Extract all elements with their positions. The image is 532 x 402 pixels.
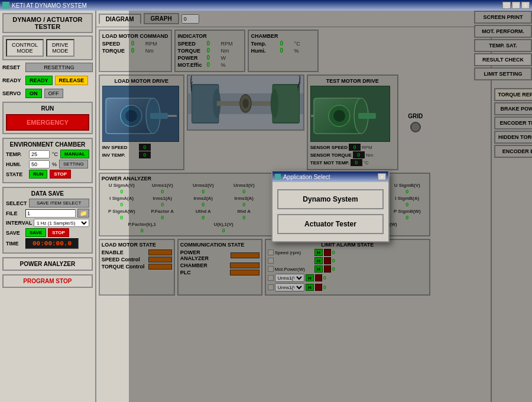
ready-on-btn[interactable]: READY	[25, 76, 53, 85]
application-select-modal: Application Select × Dynamo System Actua…	[271, 170, 390, 242]
setting-btn[interactable]: SETTING	[59, 160, 88, 168]
ready-row: READY READY RELEASE	[2, 76, 93, 85]
servo-off-btn[interactable]: OFF	[44, 89, 63, 98]
servo-label: SERVO	[2, 90, 23, 96]
environment-chamber: ENVIRONMENT CHAMBER TEMP. °C MANUAL HUMI…	[2, 138, 93, 183]
panel-title: DYNAMO / ACTUATOR TESTER	[2, 13, 93, 33]
temp-input[interactable]	[29, 150, 50, 158]
env-title: ENVIRONMENT CHAMBER	[6, 141, 89, 148]
ds-select-label: SELECT	[6, 200, 27, 206]
close-btn[interactable]: ×	[521, 2, 530, 9]
ds-save-label: SAVE	[6, 230, 24, 236]
state-label: STATE	[6, 171, 27, 177]
run-label: RUN	[6, 105, 89, 112]
ds-save-btn[interactable]: SAVE	[25, 228, 46, 237]
program-stop-btn[interactable]: PROGRAM STOP	[2, 274, 93, 288]
drive-mode-btn[interactable]: DRIVE MODE	[46, 39, 74, 57]
modal-icon	[275, 174, 281, 180]
ready-label: READY	[2, 77, 23, 83]
humi-row: HUMI. % SETTING	[6, 160, 89, 168]
minimize-btn[interactable]: _	[502, 2, 511, 9]
ds-file-input[interactable]	[25, 209, 76, 218]
release-btn[interactable]: RELEASE	[55, 76, 89, 85]
humi-label: HUMI.	[6, 161, 27, 167]
ds-interval-label: INTERVAL	[6, 220, 32, 226]
temp-label: TEMP.	[6, 151, 27, 157]
ds-select-row: SELECT SAVE ITEM SELECT	[6, 199, 89, 208]
ds-file-label: FILE	[6, 210, 24, 216]
state-row: STATE RUN STOP	[6, 170, 89, 179]
power-analyzer-btn[interactable]: POWER ANALYZER	[2, 257, 93, 271]
ds-folder-btn[interactable]: 📁	[77, 209, 89, 218]
manual-btn[interactable]: MANUAL	[60, 150, 89, 158]
modal-body: Dynamo System Actuator Tester	[273, 182, 388, 241]
state-run-btn[interactable]: RUN	[29, 170, 47, 179]
ds-time-display: 00:00:00.0	[25, 238, 79, 249]
state-stop-btn[interactable]: STOP	[50, 170, 71, 179]
humi-unit: %	[52, 161, 57, 167]
reset-label: RESET	[2, 64, 23, 70]
ds-title: DATA SAVE	[6, 190, 89, 197]
ds-file-row: FILE 📁	[6, 209, 89, 218]
modal-title-bar: Application Select ×	[273, 171, 388, 182]
lmc-torque-label: TORQUE	[102, 48, 129, 54]
actuator-tester-btn[interactable]: Actuator Tester	[277, 214, 384, 234]
mode-section: CONTROL MODE DRIVE MODE	[2, 35, 93, 60]
temp-row: TEMP. °C MANUAL	[6, 150, 89, 158]
control-mode-btn[interactable]: CONTROL MODE	[6, 39, 44, 57]
modal-title: Application Select	[283, 174, 330, 180]
ds-interval-row: INTERVAL 1 Hz (1 Sample/S) 10 Hz 100 Hz	[6, 219, 89, 227]
data-save-section: DATA SAVE SELECT SAVE ITEM SELECT FILE 📁…	[2, 187, 93, 254]
humi-input[interactable]	[29, 160, 50, 168]
title-bar-text: KETI AT DYNAMO SYSTEM	[12, 2, 87, 9]
app-icon	[2, 2, 9, 9]
temp-unit: °C	[52, 151, 58, 157]
save-item-select-btn[interactable]: SAVE ITEM SELECT	[29, 199, 89, 208]
servo-on-btn[interactable]: ON	[25, 89, 42, 98]
servo-row: SERVO ON OFF	[2, 89, 93, 98]
left-panel: DYNAMO / ACTUATOR TESTER CONTROL MODE DR…	[0, 11, 96, 402]
ds-save-row: SAVE SAVE STOP	[6, 228, 89, 237]
reset-row: RESET RESETTING	[2, 63, 93, 72]
modal-close-btn[interactable]: ×	[378, 173, 386, 180]
lmc-speed-label: SPEED	[102, 41, 129, 47]
window-controls[interactable]: _ □ ×	[502, 2, 530, 9]
maximize-btn[interactable]: □	[512, 2, 520, 9]
ds-stop-btn[interactable]: STOP	[48, 228, 69, 237]
title-bar: KETI AT DYNAMO SYSTEM _ □ ×	[0, 0, 532, 11]
resetting-btn[interactable]: RESETTING	[25, 63, 93, 72]
emergency-btn[interactable]: EMERGENCY	[6, 114, 89, 131]
run-box: RUN EMERGENCY	[2, 102, 93, 134]
ds-time-row: TIME 00:00:00.0	[6, 238, 89, 249]
dynamo-system-btn[interactable]: Dynamo System	[277, 189, 384, 209]
ds-interval-select[interactable]: 1 Hz (1 Sample/S) 10 Hz 100 Hz	[34, 219, 89, 227]
modal-overlay: Application Select × Dynamo System Actua…	[129, 11, 532, 402]
ds-time-label: TIME	[6, 241, 24, 247]
